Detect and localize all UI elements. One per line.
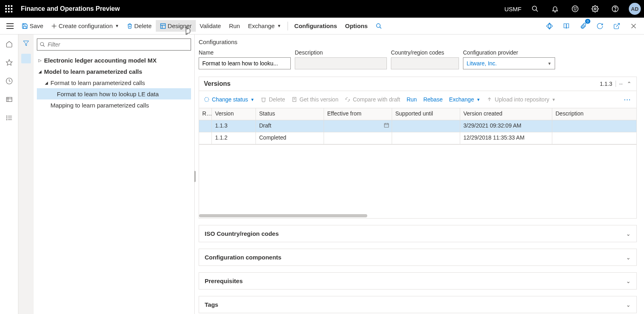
field-label: Country/region codes bbox=[391, 49, 459, 56]
collapse-icon[interactable]: ◢ bbox=[45, 81, 50, 85]
badge-count: 0 bbox=[585, 19, 590, 24]
tree-item[interactable]: ▷Electronic ledger accounting model MX bbox=[37, 55, 191, 66]
smiley-icon[interactable] bbox=[569, 2, 582, 15]
delete-button[interactable]: Delete bbox=[123, 20, 155, 32]
section-iso[interactable]: ISO Country/region codes⌄ bbox=[199, 225, 637, 242]
provider-select[interactable]: Litware, Inc.▼ bbox=[463, 57, 555, 69]
chevron-down-icon: ⌄ bbox=[626, 302, 631, 308]
section-components[interactable]: Configuration components⌄ bbox=[199, 249, 637, 266]
grid-row[interactable]: 1.1.3 Draft 3/29/2021 09:32:09 AM bbox=[199, 120, 636, 132]
col-status[interactable]: Status bbox=[256, 108, 324, 120]
home-icon[interactable] bbox=[3, 38, 16, 51]
svg-point-25 bbox=[376, 24, 380, 27]
diamond-icon[interactable] bbox=[544, 20, 555, 32]
clock-icon[interactable] bbox=[3, 75, 16, 87]
version-badge: 1.1.3 bbox=[597, 81, 616, 87]
svg-rect-0 bbox=[5, 5, 7, 7]
list-icon[interactable] bbox=[3, 111, 16, 124]
validate-label: Validate bbox=[200, 22, 221, 29]
tree-item[interactable]: Mapping to learn parameterized calls bbox=[37, 99, 191, 111]
col-supported[interactable]: Supported until bbox=[392, 108, 460, 120]
top-bar: Finance and Operations Preview USMF AD bbox=[0, 0, 644, 18]
attachment-icon[interactable]: 0 bbox=[578, 20, 589, 32]
tree-item[interactable]: ◢Model to learn parameterized calls bbox=[37, 66, 191, 77]
version-dash: -- bbox=[619, 81, 623, 87]
crc-field[interactable] bbox=[391, 57, 459, 69]
chevron-down-icon: ▼ bbox=[115, 24, 119, 28]
version-run-button[interactable]: Run bbox=[407, 96, 417, 103]
action-bar: Save Create configuration▼ Delete Design… bbox=[0, 18, 644, 34]
validate-button[interactable]: Validate bbox=[196, 20, 225, 32]
expand-icon[interactable]: ▷ bbox=[38, 58, 44, 63]
svg-rect-5 bbox=[11, 8, 12, 10]
configurations-tab[interactable]: Configurations bbox=[290, 20, 341, 32]
left-nav-rail bbox=[0, 34, 18, 314]
filter-input[interactable] bbox=[37, 38, 191, 51]
calendar-icon[interactable] bbox=[384, 122, 389, 128]
chevron-up-icon[interactable]: ⌃ bbox=[627, 81, 632, 87]
section-tags[interactable]: Tags⌄ bbox=[199, 296, 637, 313]
svg-rect-3 bbox=[5, 8, 7, 10]
col-r[interactable]: R... bbox=[199, 108, 212, 120]
grid-empty-area bbox=[199, 145, 637, 213]
grid-row[interactable]: 1.1.2 Completed 12/29/2018 11:35:33 AM bbox=[199, 132, 636, 144]
name-field[interactable] bbox=[199, 57, 291, 69]
svg-line-27 bbox=[616, 23, 620, 26]
search-icon[interactable] bbox=[529, 2, 541, 15]
col-created[interactable]: Version created bbox=[460, 108, 552, 120]
book-icon[interactable] bbox=[561, 20, 572, 32]
section-prereq[interactable]: Prerequisites⌄ bbox=[199, 272, 637, 290]
help-icon[interactable] bbox=[609, 2, 622, 15]
svg-rect-2 bbox=[11, 5, 12, 7]
config-tree: ▷Electronic ledger accounting model MX ◢… bbox=[37, 55, 191, 111]
tree-item-selected[interactable]: Format to learn how to lookup LE data bbox=[37, 88, 191, 99]
versions-header[interactable]: Versions 1.1.3 -- ⌃ bbox=[199, 77, 637, 91]
grid-icon[interactable] bbox=[3, 93, 16, 106]
save-button[interactable]: Save bbox=[18, 20, 47, 32]
version-exchange-button[interactable]: Exchange▼ bbox=[449, 96, 480, 103]
star-icon[interactable] bbox=[3, 56, 16, 69]
change-status-button[interactable]: Change status▼ bbox=[204, 96, 254, 103]
create-config-button[interactable]: Create configuration▼ bbox=[47, 20, 123, 32]
hamburger-icon[interactable] bbox=[2, 18, 18, 34]
close-icon[interactable] bbox=[628, 20, 639, 32]
chevron-down-icon: ⌄ bbox=[626, 231, 631, 237]
col-effective[interactable]: Effective from bbox=[324, 108, 392, 120]
col-version[interactable]: Version bbox=[212, 108, 256, 120]
splitter-handle[interactable] bbox=[195, 171, 195, 182]
funnel-icon[interactable] bbox=[20, 38, 32, 49]
user-avatar[interactable]: AD bbox=[629, 3, 641, 15]
run-button[interactable]: Run bbox=[225, 20, 244, 32]
chevron-down-icon: ▼ bbox=[277, 24, 281, 28]
more-icon[interactable]: ⋯ bbox=[624, 95, 632, 104]
refresh-icon[interactable] bbox=[594, 20, 606, 32]
chevron-down-icon: ▼ bbox=[476, 97, 480, 102]
svg-point-16 bbox=[615, 10, 616, 11]
filter-field[interactable] bbox=[48, 41, 188, 48]
get-version-button: Get this version bbox=[292, 96, 338, 103]
exchange-button[interactable]: Exchange▼ bbox=[244, 20, 285, 32]
rebase-button[interactable]: Rebase bbox=[423, 96, 443, 103]
chevron-down-icon: ▼ bbox=[250, 97, 254, 102]
collapse-icon[interactable]: ◢ bbox=[38, 69, 44, 74]
search-action-icon[interactable] bbox=[372, 20, 386, 32]
svg-point-44 bbox=[205, 97, 209, 102]
app-launcher-icon[interactable] bbox=[3, 3, 14, 14]
col-description[interactable]: Description bbox=[552, 108, 600, 120]
options-button[interactable]: Options bbox=[341, 20, 372, 32]
field-label: Description bbox=[295, 49, 387, 56]
configurations-label: Configurations bbox=[294, 22, 337, 29]
svg-point-40 bbox=[6, 120, 7, 120]
horizontal-scrollbar[interactable] bbox=[199, 213, 637, 219]
gear-icon[interactable] bbox=[589, 2, 602, 15]
tree-item[interactable]: ◢Format to learn parameterized calls bbox=[37, 77, 191, 88]
company-code[interactable]: USMF bbox=[505, 6, 522, 12]
svg-point-12 bbox=[574, 8, 575, 8]
designer-button[interactable]: Designer bbox=[156, 20, 196, 32]
grid-header: R... Version Status Effective from Suppo… bbox=[199, 108, 636, 120]
popout-icon[interactable] bbox=[611, 20, 622, 32]
description-field[interactable] bbox=[295, 57, 387, 69]
bell-icon[interactable] bbox=[549, 2, 561, 15]
scroll-thumb[interactable] bbox=[199, 214, 367, 217]
upload-repo-button: Upload into repository▼ bbox=[487, 96, 555, 103]
